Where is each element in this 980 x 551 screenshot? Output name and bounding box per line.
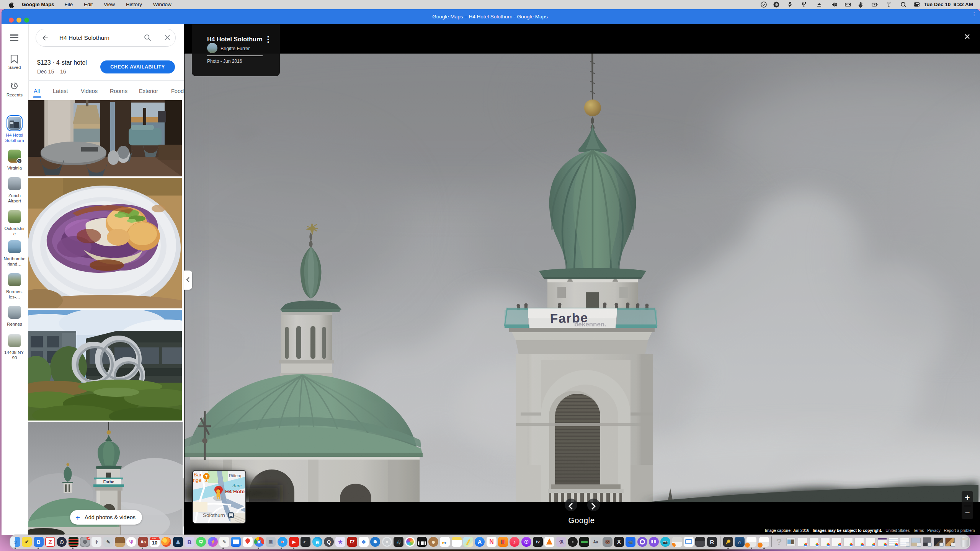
- svg-text:nge: nge: [193, 477, 201, 483]
- svg-text:H4 Hotel: H4 Hotel: [225, 489, 245, 494]
- svg-text:Solothurn: Solothurn: [203, 512, 225, 518]
- svg-text:Aare: Aare: [232, 483, 242, 488]
- svg-text:Ritterq: Ritterq: [229, 473, 241, 478]
- svg-text:Farbe: Farbe: [103, 479, 114, 484]
- svg-text:Bar: Bar: [194, 472, 202, 478]
